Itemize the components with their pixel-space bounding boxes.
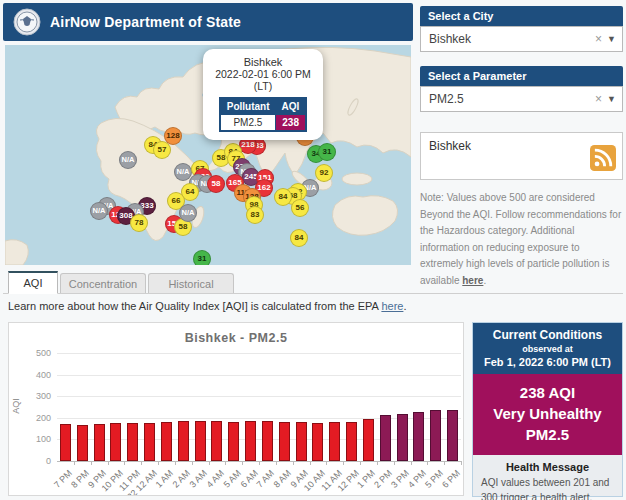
learn-more-here-link[interactable]: here bbox=[381, 300, 403, 312]
map-popup: Bishkek 2022-02-01 6:00 PM (LT) Pollutan… bbox=[203, 49, 323, 140]
observed-at-value: Feb 1, 2022 6:00 PM (LT) bbox=[475, 356, 620, 368]
chart-gridline bbox=[57, 353, 461, 354]
parameter-caret-icon[interactable]: ▼ bbox=[607, 94, 616, 104]
tab-historical[interactable]: Historical bbox=[148, 273, 234, 293]
chart-x-tick bbox=[444, 461, 445, 465]
chart-x-tick bbox=[326, 461, 327, 465]
chart-gridline bbox=[57, 375, 461, 376]
chart-bar[interactable] bbox=[397, 414, 408, 461]
current-aqi-category: Very Unhealthy bbox=[475, 403, 620, 424]
chart-bar[interactable] bbox=[430, 410, 441, 461]
chart-x-tick bbox=[175, 461, 176, 465]
select-parameter-header: Select a Parameter bbox=[420, 66, 623, 86]
chart-bar[interactable] bbox=[447, 410, 458, 461]
city-select[interactable]: Bishkek × ▼ bbox=[420, 26, 623, 52]
aqi-world-map[interactable]: 1288457N/A183218117588477275N/A245151162… bbox=[5, 45, 411, 265]
rss-icon[interactable] bbox=[590, 145, 616, 175]
chart-x-tick bbox=[74, 461, 75, 465]
chart-bar[interactable] bbox=[127, 423, 138, 461]
chart-bar[interactable] bbox=[413, 412, 424, 461]
chart-x-tick bbox=[124, 461, 125, 465]
map-marker[interactable]: 57 bbox=[153, 141, 171, 159]
chart-bar[interactable] bbox=[144, 423, 155, 461]
city-clear-icon[interactable]: × bbox=[590, 32, 607, 46]
map-marker[interactable]: 84 bbox=[290, 229, 308, 247]
tab-aqi[interactable]: AQI bbox=[8, 271, 58, 294]
sidebar: Select a City Bishkek × ▼ Select a Param… bbox=[420, 6, 623, 289]
chart-x-tick bbox=[225, 461, 226, 465]
chart-x-tick bbox=[192, 461, 193, 465]
chart-bar[interactable] bbox=[245, 421, 256, 461]
select-city-header: Select a City bbox=[420, 6, 623, 26]
map-marker[interactable]: 56 bbox=[291, 199, 309, 217]
chart-bar[interactable] bbox=[279, 422, 290, 461]
chart-x-tick bbox=[141, 461, 142, 465]
parameter-select-value: PM2.5 bbox=[429, 92, 590, 106]
learn-more-line: Learn more about how the Air Quality Ind… bbox=[8, 300, 406, 312]
chart-x-tick bbox=[209, 461, 210, 465]
chart-bar[interactable] bbox=[329, 422, 340, 461]
rss-city-label: Bishkek bbox=[429, 139, 471, 153]
parameter-clear-icon[interactable]: × bbox=[590, 92, 607, 106]
chart-x-tick bbox=[158, 461, 159, 465]
chart-y-axis-label: AQI bbox=[11, 376, 21, 436]
chart-y-tick-label: 0 bbox=[15, 456, 51, 466]
map-marker[interactable]: 78 bbox=[130, 214, 148, 232]
health-message-body: AQI values between 201 and 300 trigger a… bbox=[473, 475, 622, 500]
chart-bar[interactable] bbox=[296, 422, 307, 461]
chart-bar[interactable] bbox=[60, 424, 71, 461]
chart-bar[interactable] bbox=[211, 421, 222, 461]
chart-title: Bishkek - PM2.5 bbox=[9, 331, 463, 345]
popup-datetime: 2022-02-01 6:00 PM bbox=[208, 68, 318, 80]
chart-y-tick-label: 300 bbox=[15, 391, 51, 401]
chart-bar[interactable] bbox=[161, 422, 172, 461]
chart-bar[interactable] bbox=[94, 424, 105, 461]
map-marker[interactable]: 31 bbox=[193, 250, 211, 265]
map-marker-na[interactable]: N/A bbox=[179, 204, 197, 222]
chart-y-tick-label: 500 bbox=[15, 348, 51, 358]
map-marker[interactable]: 92 bbox=[315, 164, 333, 182]
map-marker[interactable]: 84 bbox=[274, 188, 292, 206]
chart-x-tick bbox=[461, 461, 462, 465]
rss-feed-box: Bishkek bbox=[420, 132, 623, 180]
app-header: AirNow Department of State bbox=[3, 3, 413, 41]
chart-bar[interactable] bbox=[262, 421, 273, 461]
chart-bar[interactable] bbox=[77, 425, 88, 461]
tab-concentration[interactable]: Concentration bbox=[60, 273, 146, 293]
parameter-select[interactable]: PM2.5 × ▼ bbox=[420, 86, 623, 112]
chart-x-tick bbox=[259, 461, 260, 465]
chart-bar[interactable] bbox=[380, 415, 391, 461]
chart-y-tick-label: 100 bbox=[15, 434, 51, 444]
chart-x-tick bbox=[242, 461, 243, 465]
popup-pollutant-header: Pollutant bbox=[220, 98, 276, 115]
chart-y-tick-label: 400 bbox=[15, 370, 51, 380]
aqi-summary-block: 238 AQI Very Unhealthy PM2.5 bbox=[473, 374, 622, 455]
map-marker[interactable]: 83 bbox=[246, 206, 264, 224]
chart-x-tick bbox=[343, 461, 344, 465]
chart-x-tick bbox=[293, 461, 294, 465]
popup-table: Pollutant AQI PM2.5 238 bbox=[219, 97, 308, 132]
chart-bar[interactable] bbox=[228, 422, 239, 461]
popup-aqi-value: 238 bbox=[276, 115, 307, 132]
page-title: AirNow Department of State bbox=[50, 14, 241, 30]
chart-x-tick bbox=[411, 461, 412, 465]
chart-bar[interactable] bbox=[363, 419, 374, 461]
chart-bar[interactable] bbox=[195, 421, 206, 461]
chart-y-tick-label: 200 bbox=[15, 413, 51, 423]
map-marker-na[interactable]: N/A bbox=[90, 202, 108, 220]
learn-more-text: Learn more about how the Air Quality Ind… bbox=[8, 300, 381, 312]
aqi-bar-chart: Bishkek - PM2.5 AQI 01002003004005007 PM… bbox=[8, 322, 464, 496]
tab-strip: AQI Concentration Historical bbox=[3, 271, 623, 294]
map-marker[interactable]: 31 bbox=[318, 143, 336, 161]
chart-x-tick bbox=[276, 461, 277, 465]
health-message-title: Health Message bbox=[473, 455, 622, 475]
map-marker[interactable]: 58 bbox=[207, 175, 225, 193]
chart-bar[interactable] bbox=[110, 423, 121, 461]
chart-bar[interactable] bbox=[312, 423, 323, 461]
map-marker-na[interactable]: N/A bbox=[119, 151, 137, 169]
chart-bar[interactable] bbox=[178, 421, 189, 461]
city-caret-icon[interactable]: ▼ bbox=[607, 34, 616, 44]
chart-bar[interactable] bbox=[346, 422, 357, 461]
learn-more-suffix: . bbox=[403, 300, 406, 312]
popup-aqi-header: AQI bbox=[276, 98, 307, 115]
